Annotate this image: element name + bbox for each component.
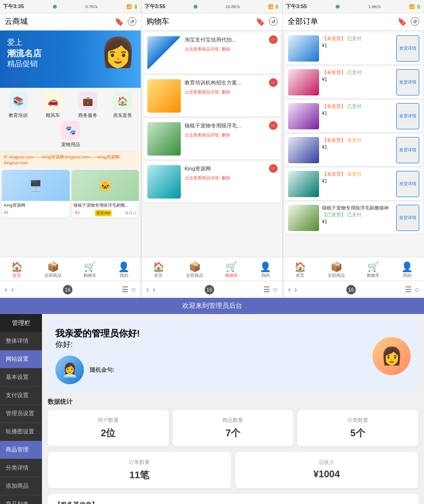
cart-item-2[interactable]: 猫梳子宠物专用除浮毛... 点击查看商品详情 删除 🛒 (144, 118, 280, 159)
refresh-icon-1[interactable]: ↺ (128, 17, 136, 26)
back-arrow-1[interactable]: ‹ (5, 285, 7, 294)
menu-icon-2[interactable]: ☰ (263, 285, 270, 294)
sidebar-item-0[interactable]: 整体详情 (0, 332, 42, 350)
sidebar-item-8[interactable]: 添加商品 (0, 477, 42, 495)
orders-list: 【未发货】 已支付 ¥1 发货详情 【未发货】 已支付 ¥1 发货详情 【未发货… (283, 32, 424, 234)
status-extra-1: 已支付 (347, 70, 362, 75)
nav-item-profile-1[interactable]: 👤 我的 (118, 261, 130, 279)
view-detail-link-2[interactable]: 点击查看商品详情 (185, 132, 219, 138)
pet-label: 宠物用品 (61, 141, 80, 148)
order-item-1[interactable]: 【未发货】 已支付 ¥1 发货详情 (285, 66, 422, 98)
nav-item-products-3[interactable]: 📦 全部商品 (328, 261, 345, 279)
banner-line1: 爱上 (7, 38, 41, 48)
sidebar-item-7[interactable]: 分类详情 (0, 459, 42, 477)
order-item-4[interactable]: 【未发货】 未支付 ¥1 发货详情 (285, 168, 422, 200)
stat-card-orders: 订单数量 11笔 (48, 452, 231, 488)
home-icon-1: 🏠 (11, 261, 23, 273)
delete-link-0[interactable]: 删除 (222, 46, 230, 52)
product-item-2[interactable]: 🐱 猫梳子宠物专用除浮毛刷撸... ¥1 库存999 库存11 (72, 170, 139, 218)
icon-item-pet[interactable]: 🐾 宠物用品 (57, 121, 83, 148)
sidebar-item-2[interactable]: 基本设置 (0, 368, 42, 387)
home-btn-1[interactable]: ○ (131, 285, 136, 294)
back-arrow-2[interactable]: ‹ (146, 285, 149, 294)
forward-arrow-1[interactable]: › (11, 285, 13, 294)
forward-arrow-2[interactable]: › (153, 285, 155, 294)
network-dot-3 (336, 5, 340, 9)
home-btn-3[interactable]: ○ (414, 285, 419, 294)
delete-link-3[interactable]: 删除 (222, 175, 230, 181)
admin-sidebar: 管理栏 整体详情网站设置基本设置支付设置管理员设置轮播图设置商品管理分类详情添加… (0, 314, 42, 504)
greeting-text-area: 我亲爱的管理员你好! 你好: 👩‍💼 随机金句: (55, 327, 140, 384)
icon-item-wind[interactable]: 🚗 顺风车 (40, 92, 66, 119)
order-detail-btn-3[interactable]: 发货详情 (396, 137, 419, 163)
stats-title: 数据统计 (48, 398, 418, 406)
menu-icon-3[interactable]: ☰ (405, 285, 412, 294)
nav-item-profile-3[interactable]: 👤 我的 (401, 261, 413, 279)
order-detail-btn-2[interactable]: 发货详情 (396, 103, 419, 129)
products-icon-2: 📦 (189, 261, 201, 273)
nav-item-cart-1[interactable]: 🛒 购物车 (83, 261, 96, 279)
profile-label-2: 我的 (261, 273, 270, 279)
nav-item-products-1[interactable]: 📦 全部商品 (44, 261, 62, 279)
panel1-arrows: ‹ › (5, 285, 14, 294)
cart-item-0[interactable]: 淘宝支付宝信用代拍... 点击查看商品详情 删除 🛒 (144, 32, 280, 74)
nav-item-home-2[interactable]: 🏠 首页 (153, 261, 165, 279)
order-item-0[interactable]: 【未发货】 已支付 ¥1 发货详情 (285, 32, 422, 64)
sidebar-item-6[interactable]: 商品管理 (0, 441, 42, 459)
order-item-3[interactable]: 【未发货】 未支付 ¥1 发货详情 (285, 134, 422, 166)
status-bar-2: 下午3:55 16.8K/s 📶 🔋 (142, 0, 283, 13)
panel1-bottom-bar: ‹ › 16 ☰ ○ (0, 281, 141, 298)
sidebar-item-3[interactable]: 支付设置 (0, 387, 42, 405)
product-item-1[interactable]: 🖥️ King资源网 ¥1 (2, 170, 70, 218)
panel2-arrows: ‹ › (146, 285, 155, 294)
cart-badge-0: 🛒 (269, 35, 278, 44)
cart-item-1[interactable]: 教育培训机构招生方案... 点击查看商品详情 删除 🛒 (144, 75, 280, 116)
nav-item-products-2[interactable]: 📦 全部商品 (186, 261, 203, 279)
nav-item-cart-2[interactable]: 🛒 购物车 (225, 261, 238, 279)
refresh-icon-3[interactable]: ↺ (411, 17, 419, 26)
stock-badge: 库存11 (125, 210, 137, 216)
order-detail-btn-4[interactable]: 发货详情 (396, 171, 419, 197)
bookmark-icon-2[interactable]: 🔖 (256, 17, 265, 26)
view-detail-link-0[interactable]: 点击查看商品详情 (185, 46, 219, 52)
icon-item-edu[interactable]: 📚 教育培训 (5, 92, 31, 119)
delete-link-2[interactable]: 删除 (222, 132, 230, 138)
cart-item-3[interactable]: King资源网 点击查看商品详情 删除 🛒 (144, 161, 280, 202)
order-detail-btn-0[interactable]: 发货详情 (396, 35, 419, 62)
sidebar-item-9[interactable]: 商品列表 (0, 495, 42, 504)
sidebar-item-5[interactable]: 轮播图设置 (0, 423, 42, 441)
delete-link-1[interactable]: 删除 (222, 89, 230, 95)
nav-item-home-3[interactable]: 🏠 首页 (294, 261, 306, 279)
back-arrow-3[interactable]: ‹ (288, 285, 290, 294)
order-info-5: 猫梳子宠物专用除浮毛刷撸猫神 【已发货】 已支付 ¥1 (322, 205, 393, 231)
home-btn-2[interactable]: ○ (273, 285, 278, 294)
network-dot-1 (53, 5, 57, 9)
panel2-bottom-icons: ☰ ○ (263, 285, 278, 294)
menu-icon-1[interactable]: ☰ (122, 285, 128, 294)
icon-item-house[interactable]: 🏠 房东直售 (109, 92, 135, 119)
nav-item-profile-2[interactable]: 👤 我的 (259, 261, 271, 279)
refresh-icon-2[interactable]: ↺ (269, 17, 278, 26)
cloud-mall-banner: 爱上 潮流名店 精品促销 👩 (0, 31, 141, 88)
nav-item-home-1[interactable]: 🏠 首页 (11, 261, 23, 279)
icon-item-biz[interactable]: 💼 商务服务 (74, 92, 101, 119)
order-status-2: 【未发货】 已支付 (322, 103, 393, 110)
bookmark-icon-1[interactable]: 🔖 (114, 17, 124, 26)
order-item-2[interactable]: 【未发货】 已支付 ¥1 发货详情 (285, 100, 422, 132)
forward-arrow-3[interactable]: › (294, 285, 297, 294)
greeting-sub: 你好: (55, 340, 140, 350)
stat-label-categories: 分类数量 (304, 417, 412, 424)
hot-badge: 库存999 (95, 210, 112, 216)
home-icon-2: 🏠 (153, 261, 165, 273)
order-item-5[interactable]: 猫梳子宠物专用除浮毛刷撸猫神 【已发货】 已支付 ¥1 发货详情 (285, 202, 422, 234)
view-detail-link-1[interactable]: 点击查看商品详情 (185, 89, 219, 95)
nav-item-cart-3[interactable]: 🛒 购物车 (367, 261, 380, 279)
order-detail-btn-1[interactable]: 发货详情 (396, 69, 419, 95)
view-detail-link-3[interactable]: 点击查看商品详情 (185, 175, 219, 181)
orders-content: 【未发货】 已支付 ¥1 发货详情 【未发货】 已支付 ¥1 发货详情 【未发货… (283, 31, 424, 263)
sidebar-item-4[interactable]: 管理员设置 (0, 405, 42, 423)
sidebar-item-1[interactable]: 网站设置 (0, 350, 42, 368)
bookmark-icon-3[interactable]: 🔖 (397, 17, 407, 26)
order-detail-btn-5[interactable]: 发货详情 (396, 205, 419, 231)
speed-3: 1.6K/s (368, 4, 381, 9)
